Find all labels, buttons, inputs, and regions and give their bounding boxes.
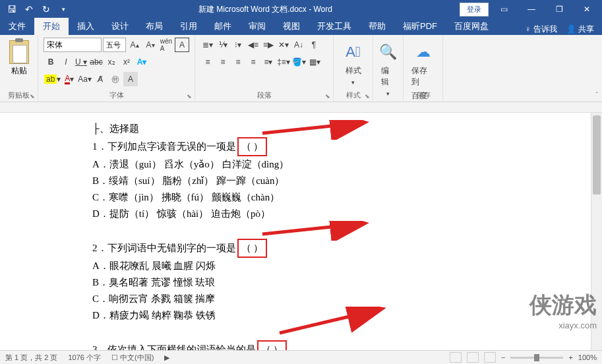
read-mode-icon[interactable] [450,352,462,363]
minimize-icon[interactable]: — [519,1,544,17]
ribbon-display-icon[interactable]: ▭ [491,1,516,17]
char-border-icon[interactable]: A [175,38,189,52]
numbering-icon[interactable]: ⅟▾ [216,38,230,52]
macro-record-icon[interactable]: ▶ [164,353,169,362]
redo-icon[interactable]: ↻ [38,1,54,17]
change-case-icon[interactable]: Aa▾ [77,72,92,86]
close-icon[interactable]: ✕ [574,1,599,17]
tab-邮件[interactable]: 邮件 [206,18,240,35]
save-icon[interactable]: 🖫 [4,1,20,17]
font-color-icon[interactable]: A▾ [62,72,76,86]
find-button[interactable]: 🔍 编辑▾ [378,38,398,101]
phonetic-guide-icon[interactable]: wénA [159,38,173,52]
tab-审阅[interactable]: 审阅 [240,18,274,35]
share-button[interactable]: 👤 共享 [566,24,594,35]
grow-font-icon[interactable]: A▴ [127,38,142,52]
line-spacing-icon[interactable]: ‡≡▾ [276,55,291,69]
styles-group: A⃰ 样式▾ 样式 ⬊ [334,35,373,102]
italic-button[interactable]: I [59,55,73,69]
tellme-button[interactable]: ♀ 告诉我 [525,24,557,35]
login-button[interactable]: 登录 [460,3,489,16]
align-center-icon[interactable]: ≡ [216,55,230,69]
document-line: ├、选择题 [92,121,510,137]
web-layout-icon[interactable] [484,352,496,363]
language[interactable]: ☐ 中文(中国) [111,353,154,363]
clear-format-icon[interactable]: A̸ [93,72,107,86]
tab-福昕PDF[interactable]: 福昕PDF [394,18,446,35]
page-content[interactable]: ├、选择题1．下列加点字读音无误的一项是（ ）A．溃退（guì） 舀水（yǎo）… [0,113,602,350]
multilevel-icon[interactable]: ⁝▾ [231,38,245,52]
zoom-level[interactable]: 100% [578,353,597,361]
print-layout-icon[interactable] [467,352,479,363]
decrease-indent-icon[interactable]: ◀≡ [246,38,260,52]
tab-帮助[interactable]: 帮助 [360,18,394,35]
tab-引用[interactable]: 引用 [171,18,206,35]
ribbon: 粘贴 剪贴板 ⬊ 宋体 五号 A▴ A▾ wénA A B I U ▾ abc … [0,35,602,102]
horizontal-ruler[interactable] [0,102,602,113]
char-shading-icon[interactable]: A [123,72,138,86]
page-number[interactable]: 第 1 页，共 2 页 [5,353,57,363]
shading-icon[interactable]: 🪣▾ [291,55,307,69]
highlight-icon[interactable]: ab▾ [44,72,61,86]
dialog-launcher-icon[interactable]: ⬊ [325,93,330,100]
bullets-icon[interactable]: ≣▾ [200,38,215,52]
undo-icon[interactable]: ↶ [21,1,37,17]
distribute-icon[interactable]: ≡▾ [261,55,276,69]
document-line: B．绥靖（suí） 脂粉（zhǐ） 蹿一蹿（cuàn） [92,173,510,189]
ribbon-tabs: 文件开始插入设计布局引用邮件审阅视图开发工具帮助福昕PDF百度网盘 ♀ 告诉我 … [0,18,602,35]
tab-布局[interactable]: 布局 [137,18,171,35]
superscript-button[interactable]: x² [119,55,134,69]
justify-icon[interactable]: ≡ [246,55,260,69]
tab-开始[interactable]: 开始 [34,18,69,35]
align-right-icon[interactable]: ≡ [231,55,245,69]
text-effects-icon[interactable]: A▾ [135,55,149,69]
bold-button[interactable]: B [44,55,58,69]
shrink-font-icon[interactable]: A▾ [143,38,158,52]
zoom-slider[interactable] [510,357,563,359]
group-label: 保存 [404,90,442,100]
font-name-combo[interactable]: 宋体 [44,38,102,52]
tab-视图[interactable]: 视图 [274,18,309,35]
borders-icon[interactable]: ▦▾ [307,55,322,69]
status-bar: 第 1 页，共 2 页 1076 个字 ☐ 中文(中国) ▶ − + 100% [0,350,602,364]
collapse-ribbon-icon[interactable]: ˆ [595,91,598,99]
group-label: 字体 [38,90,195,100]
tab-插入[interactable]: 插入 [69,18,103,35]
watermark-logo: 侠游戏 [529,290,597,320]
paste-button[interactable]: 粘贴 [5,38,32,79]
document-line: 2．下列词语中无错别字的一项是（ ） [92,239,510,258]
watermark: 侠游戏 xiayx.com [529,290,597,330]
strikethrough-button[interactable]: abc [89,55,104,69]
zoom-out-icon[interactable]: − [501,353,505,361]
answer-blank-highlight: （ ） [237,239,268,258]
document-line: C．寒噤（jìn） 拂晓（fú） 颤巍巍（chàn） [92,189,510,206]
word-count[interactable]: 1076 个字 [68,353,101,363]
group-label: 段落 [195,90,333,100]
show-marks-icon[interactable]: ¶ [307,38,321,52]
document-area: ├、选择题1．下列加点字读音无误的一项是（ ）A．溃退（guì） 舀水（yǎo）… [0,102,602,350]
enclose-char-icon[interactable]: ㊕ [108,72,123,86]
dialog-launcher-icon[interactable]: ⬊ [365,93,370,100]
qat-customize-icon[interactable]: ▾ [55,1,71,17]
tab-文件[interactable]: 文件 [0,18,34,35]
scroll-thumb[interactable] [593,115,601,195]
underline-button[interactable]: U ▾ [74,55,88,69]
tab-开发工具[interactable]: 开发工具 [309,18,360,35]
watermark-url: xiayx.com [529,320,597,330]
dialog-launcher-icon[interactable]: ⬊ [30,93,35,100]
tab-百度网盘[interactable]: 百度网盘 [446,18,497,35]
text-direction-icon[interactable]: ✕▾ [276,38,291,52]
font-size-combo[interactable]: 五号 [103,38,126,52]
increase-indent-icon[interactable]: ≡▶ [261,38,276,52]
styles-button[interactable]: A⃰ 样式▾ [339,38,367,90]
sort-icon[interactable]: A↓ [291,38,306,52]
answer-blank-highlight: （ ） [237,137,268,156]
zoom-in-icon[interactable]: + [568,353,572,361]
clipboard-group: 粘贴 剪贴板 ⬊ [0,35,38,102]
tab-设计[interactable]: 设计 [103,18,137,35]
maximize-icon[interactable]: ❐ [547,1,572,17]
subscript-button[interactable]: x₂ [104,55,119,69]
align-left-icon[interactable]: ≡ [200,55,215,69]
document-line [92,324,510,340]
dialog-launcher-icon[interactable]: ⬊ [187,93,192,100]
